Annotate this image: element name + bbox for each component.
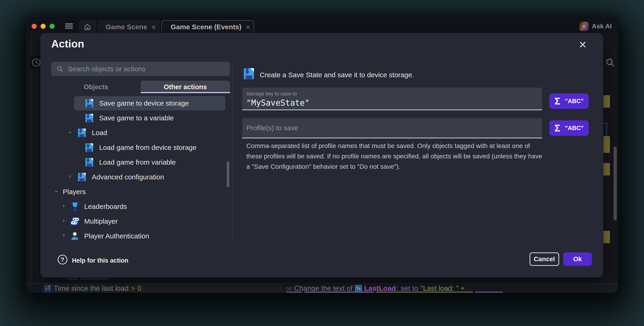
list-item[interactable]: Load game from device storage xyxy=(51,140,230,153)
multiplayer-gamepads-icon xyxy=(70,216,80,226)
search-input[interactable] xyxy=(68,65,216,73)
tab-game-scene-events[interactable]: Game Scene (Events) × xyxy=(162,20,254,34)
indent-guide xyxy=(31,269,32,283)
home-icon xyxy=(84,23,91,31)
save-state-icon xyxy=(242,67,256,80)
clipped-event-text xyxy=(604,231,610,243)
expression-editor-button[interactable]: Σ "ABC" xyxy=(550,120,589,136)
tab-game-scene[interactable]: Game Scene × xyxy=(97,20,160,34)
list-item-label: Load xyxy=(92,129,107,137)
chevron-down-icon[interactable]: › xyxy=(54,190,59,192)
abc-label: "ABC" xyxy=(565,97,584,105)
close-tab-icon[interactable]: × xyxy=(246,23,250,31)
condition-operator: > xyxy=(131,284,135,293)
load-icon xyxy=(84,157,94,167)
expression-editor-button[interactable]: Σ "ABC" xyxy=(550,93,589,109)
close-tab-icon[interactable]: × xyxy=(151,23,156,31)
field-placeholder: Profile(s) to save xyxy=(246,124,298,132)
close-dialog-icon[interactable]: × xyxy=(579,38,586,51)
clipped-event-text xyxy=(604,136,610,153)
traffic-light-zoom-button[interactable] xyxy=(50,24,55,29)
list-group-multiplayer[interactable]: › Multiplayer xyxy=(51,214,230,227)
event-condition-cell[interactable]: Time since the last load > 0 xyxy=(43,284,284,293)
list-group-load[interactable]: › Load xyxy=(51,126,230,139)
action-summary: Create a Save State and save it to devic… xyxy=(260,71,414,79)
save-icon xyxy=(84,98,94,108)
list-item-label: Multiplayer xyxy=(84,217,118,225)
list-item-label: Load game from device storage xyxy=(99,144,196,151)
actions-tree: Save game to device storage Save game to… xyxy=(51,94,230,243)
list-group-advanced-configuration[interactable]: › Advanced configuration xyxy=(51,170,230,183)
save-icon xyxy=(77,128,87,138)
ask-ai-smiley-icon xyxy=(580,22,589,31)
help-question-icon[interactable]: ? xyxy=(58,255,67,265)
sigma-icon: Σ xyxy=(554,123,560,134)
app-window: Game Scene × Game Scene (Events) × xyxy=(26,18,618,293)
clipped-action-line xyxy=(284,292,618,293)
list-item-label: Advanced configuration xyxy=(92,173,164,181)
chevron-down-icon[interactable]: › xyxy=(68,131,73,133)
load-icon xyxy=(84,142,94,153)
indent-guide xyxy=(37,61,37,268)
chevron-right-icon[interactable]: › xyxy=(63,218,64,223)
cancel-button[interactable]: Cancel xyxy=(530,253,559,266)
list-item-label: Save game to a variable xyxy=(99,114,174,122)
list-scrollbar[interactable] xyxy=(227,161,229,187)
list-item-label: Load game from variable xyxy=(99,158,176,166)
search-icon xyxy=(56,65,64,73)
history-clock-icon[interactable] xyxy=(31,57,42,68)
list-group-label: Players xyxy=(63,188,86,196)
list-group-leaderboards[interactable]: › Leaderboards xyxy=(51,199,230,212)
clipped-event-text xyxy=(604,163,610,175)
abc-label: "ABC" xyxy=(565,124,584,132)
save-icon xyxy=(84,113,94,123)
tab-label: Objects xyxy=(84,83,108,91)
traffic-light-close-button[interactable] xyxy=(32,24,37,29)
list-item-selected[interactable]: Save game to device storage xyxy=(51,96,230,109)
action-dialog: Action × Objects Other actions xyxy=(40,33,603,277)
row-divider xyxy=(26,269,40,269)
indent-guide xyxy=(37,269,37,283)
titlebar: Game Scene × Game Scene (Events) × xyxy=(26,18,618,34)
ok-button[interactable]: Ok xyxy=(563,253,592,266)
chevron-right-icon[interactable]: › xyxy=(69,173,71,179)
tab-label: Other actions xyxy=(164,83,207,91)
ask-ai-label: Ask AI xyxy=(592,22,612,30)
help-for-this-action-link[interactable]: Help for this action xyxy=(72,257,128,264)
list-group-player-authentication[interactable]: › Player Authentication xyxy=(51,229,230,242)
tab-label: Game Scene (Events) xyxy=(171,23,242,31)
ask-ai-button[interactable]: Ask AI xyxy=(580,22,612,31)
home-tab[interactable] xyxy=(79,20,96,34)
clipped-event-text xyxy=(604,95,610,108)
chevron-right-icon[interactable]: › xyxy=(63,203,64,208)
text-object-icon: txt xyxy=(286,285,292,292)
list-item-label: Leaderboards xyxy=(84,203,127,211)
condition-text: Time since the last load xyxy=(54,284,129,293)
dialog-title: Action xyxy=(51,37,84,50)
tab-objects[interactable]: Objects xyxy=(51,81,141,93)
save-icon xyxy=(77,172,87,182)
main-menu-icon[interactable] xyxy=(65,23,73,29)
traffic-light-minimize-button[interactable] xyxy=(40,24,46,29)
list-group-players[interactable]: › Players xyxy=(51,185,230,198)
storage-key-field[interactable]: Storage key to save to "MySaveState" xyxy=(242,88,542,110)
trophy-icon xyxy=(70,202,80,212)
save-state-icon xyxy=(44,285,52,292)
list-item[interactable]: Save game to a variable xyxy=(51,111,230,124)
tab-label: Game Scene xyxy=(106,23,147,31)
field-label: Storage key to save to xyxy=(246,91,297,97)
field-value: "MySaveState" xyxy=(246,98,310,107)
panel-divider xyxy=(232,62,232,242)
events-scrollbar[interactable] xyxy=(614,147,617,220)
profiles-field[interactable]: Profile(s) to save xyxy=(242,118,542,138)
chevron-right-icon[interactable]: › xyxy=(63,232,64,238)
search-icon[interactable] xyxy=(605,57,616,68)
list-item[interactable]: Load game from variable xyxy=(51,155,230,168)
search-field[interactable] xyxy=(51,62,230,76)
list-item-label: Save game to device storage xyxy=(99,99,189,107)
sigma-icon: Σ xyxy=(554,96,560,107)
active-tab-underline xyxy=(141,92,230,93)
player-authentication-icon xyxy=(70,231,80,241)
text-object-thumbnail-icon: Tx xyxy=(355,285,362,292)
tab-other-actions[interactable]: Other actions xyxy=(141,81,230,93)
